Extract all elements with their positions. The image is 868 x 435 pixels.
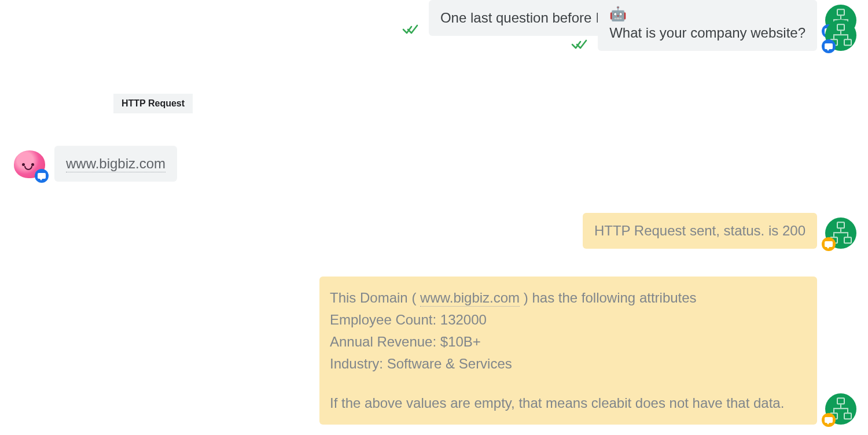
industry-label: Industry: bbox=[330, 356, 387, 371]
revenue-value: $10B+ bbox=[440, 334, 481, 349]
bot-avatar[interactable] bbox=[825, 393, 856, 425]
details-intro-prefix: This Domain ( bbox=[330, 290, 420, 305]
details-intro-suffix: ) has the following attributes bbox=[520, 290, 697, 305]
tooltip-text: HTTP Request bbox=[122, 98, 185, 108]
node-tooltip: HTTP Request bbox=[113, 94, 193, 113]
details-intro-line: This Domain ( www.bigbiz.com ) has the f… bbox=[330, 287, 807, 309]
industry-value: Software & Services bbox=[387, 356, 512, 371]
message-row-bot-2: 🤖 What is your company website? bbox=[571, 0, 856, 51]
user-message-bubble: www.bigbiz.com bbox=[54, 146, 177, 182]
message-row-system-2: This Domain ( www.bigbiz.com ) has the f… bbox=[319, 277, 856, 425]
revenue-label: Annual Revenue: bbox=[330, 334, 440, 349]
employee-value: 132000 bbox=[440, 312, 487, 327]
details-industry-line: Industry: Software & Services bbox=[330, 353, 807, 375]
message-row-user-1: www.bigbiz.com bbox=[13, 146, 177, 182]
channel-badge-system-icon bbox=[822, 237, 836, 251]
channel-badge-chat-icon bbox=[35, 169, 49, 183]
user-avatar[interactable] bbox=[13, 148, 46, 182]
user-message-link[interactable]: www.bigbiz.com bbox=[66, 156, 165, 172]
read-receipt-icon bbox=[402, 23, 420, 36]
system-message-bubble: HTTP Request sent, status. is 200 bbox=[583, 213, 817, 249]
bot-avatar[interactable] bbox=[825, 20, 856, 51]
bot-avatar[interactable] bbox=[825, 218, 856, 249]
chat-transcript: One last question before I can assign yo… bbox=[0, 0, 868, 435]
system-message-text: HTTP Request sent, status. is 200 bbox=[594, 223, 806, 238]
bot-message-text: What is your company website? bbox=[609, 25, 806, 40]
employee-label: Employee Count: bbox=[330, 312, 440, 327]
robot-emoji-icon: 🤖 bbox=[609, 6, 806, 22]
details-employee-line: Employee Count: 132000 bbox=[330, 309, 807, 331]
details-revenue-line: Annual Revenue: $10B+ bbox=[330, 331, 807, 353]
details-footer-line: If the above values are empty, that mean… bbox=[330, 392, 807, 414]
details-domain-link[interactable]: www.bigbiz.com bbox=[420, 290, 520, 307]
message-row-system-1: HTTP Request sent, status. is 200 bbox=[583, 213, 856, 249]
system-details-bubble: This Domain ( www.bigbiz.com ) has the f… bbox=[319, 277, 817, 425]
channel-badge-system-icon bbox=[822, 413, 836, 427]
channel-badge-chat-icon bbox=[822, 39, 836, 53]
read-receipt-icon bbox=[571, 38, 589, 51]
bot-message-bubble: 🤖 What is your company website? bbox=[598, 0, 817, 51]
